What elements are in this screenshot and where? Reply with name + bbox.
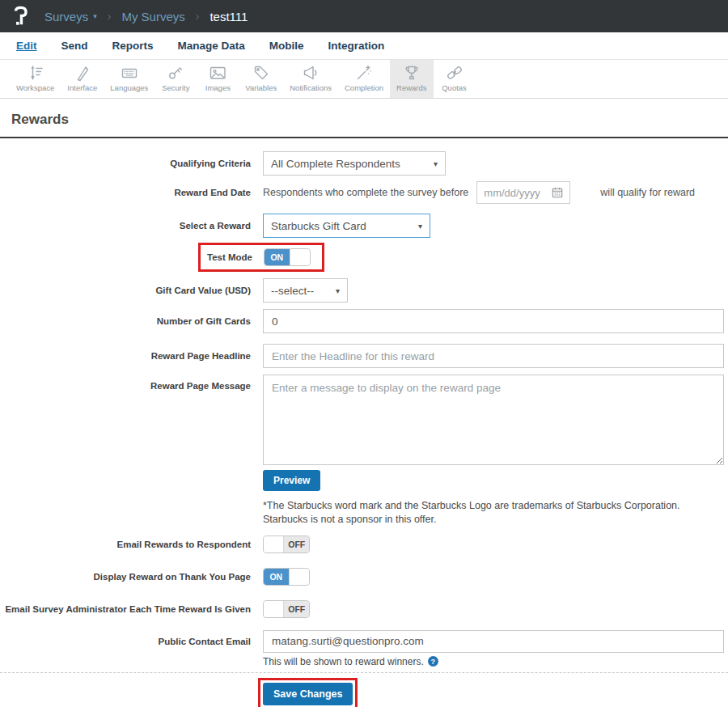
toggle-knob bbox=[289, 569, 309, 585]
tab-manage-data[interactable]: Manage Data bbox=[178, 40, 245, 52]
save-annotation-rect: Save Changes bbox=[258, 678, 358, 707]
key-icon bbox=[166, 63, 185, 83]
edit-toolbar: Workspace Interface Languages Security I… bbox=[0, 60, 728, 99]
toolbar-label: Languages bbox=[110, 83, 148, 92]
toolbar-item-languages[interactable]: Languages bbox=[104, 60, 154, 98]
help-icon[interactable]: ? bbox=[428, 656, 438, 667]
save-changes-button[interactable]: Save Changes bbox=[263, 683, 353, 705]
toolbar-item-images[interactable]: Images bbox=[197, 60, 239, 98]
helper-label: This will be shown to reward winners. bbox=[263, 656, 424, 667]
tag-icon bbox=[252, 63, 271, 83]
reward-page-message-row: Reward Page Message bbox=[0, 375, 728, 465]
reward-page-message-textarea[interactable] bbox=[263, 375, 724, 465]
gift-card-value-row: Gift Card Value (USD) --select-- bbox=[0, 278, 728, 303]
breadcrumb-my-surveys[interactable]: My Surveys bbox=[121, 10, 184, 23]
qualifying-criteria-row: Qualifying Criteria All Complete Respond… bbox=[0, 151, 728, 176]
questionpro-logo[interactable] bbox=[11, 5, 32, 28]
toolbar-label: Notifications bbox=[290, 83, 332, 92]
selected-value: Starbucks Gift Card bbox=[271, 220, 366, 232]
reward-page-headline-input[interactable] bbox=[263, 344, 724, 368]
select-reward-row: Select a Reward Starbucks Gift Card bbox=[0, 214, 728, 238]
wand-icon bbox=[354, 63, 374, 83]
qualifying-criteria-select[interactable]: All Complete Respondents bbox=[263, 151, 446, 176]
field-label: Reward Page Headline bbox=[0, 351, 251, 361]
dashed-divider bbox=[0, 672, 728, 673]
field-label: Qualifying Criteria bbox=[0, 159, 251, 168]
gift-card-value-select[interactable]: --select-- bbox=[263, 278, 348, 303]
email-rewards-row: Email Rewards to Respondent OFF bbox=[0, 536, 728, 553]
toolbar-label: Security bbox=[162, 83, 189, 92]
number-of-gift-cards-row: Number of Gift Cards bbox=[0, 309, 728, 333]
reward-end-date-input[interactable]: mm/dd/yyyy bbox=[476, 181, 570, 204]
toolbar-label: Variables bbox=[245, 83, 277, 92]
email-rewards-toggle[interactable]: OFF bbox=[263, 536, 310, 553]
field-label: Reward Page Message bbox=[0, 381, 251, 391]
toggle-state-label: ON bbox=[265, 249, 290, 265]
toolbar-item-quotas[interactable]: Quotas bbox=[434, 60, 476, 98]
tab-integration[interactable]: Integration bbox=[328, 40, 385, 52]
starbucks-disclaimer: *The Starbucks word mark and the Starbuc… bbox=[263, 499, 721, 527]
number-of-gift-cards-input[interactable] bbox=[263, 309, 724, 333]
email-admin-toggle[interactable]: OFF bbox=[263, 600, 310, 618]
top-bar: Surveys ▾ › My Surveys › test111 bbox=[0, 0, 728, 32]
megaphone-icon bbox=[301, 63, 320, 83]
toggle-state-label: ON bbox=[264, 569, 289, 585]
field-label: Email Survey Administrator Each Time Rew… bbox=[0, 604, 251, 614]
field-label: Gift Card Value (USD) bbox=[0, 286, 251, 295]
image-icon bbox=[208, 63, 227, 83]
breadcrumb-surveys[interactable]: Surveys bbox=[44, 10, 88, 23]
preview-row: Preview bbox=[0, 470, 728, 491]
rewards-form: Qualifying Criteria All Complete Respond… bbox=[0, 151, 728, 707]
trophy-icon bbox=[402, 63, 421, 83]
test-mode-row: Test Mode ON bbox=[0, 243, 728, 272]
field-label: Email Rewards to Respondent bbox=[0, 540, 251, 549]
toolbar-item-rewards[interactable]: Rewards bbox=[390, 60, 434, 98]
field-label: Public Contact Email bbox=[0, 637, 251, 646]
toolbar-label: Images bbox=[205, 83, 231, 92]
breadcrumb-survey-name: test111 bbox=[210, 10, 248, 23]
toolbar-item-notifications[interactable]: Notifications bbox=[283, 60, 338, 98]
toolbar-item-completion[interactable]: Completion bbox=[338, 60, 390, 98]
reward-page-headline-row: Reward Page Headline bbox=[0, 344, 728, 368]
select-reward-select[interactable]: Starbucks Gift Card bbox=[263, 214, 430, 238]
toolbar-item-security[interactable]: Security bbox=[154, 60, 197, 98]
toolbar-label: Workspace bbox=[16, 83, 54, 92]
toggle-knob bbox=[264, 536, 284, 552]
brush-icon bbox=[73, 63, 92, 83]
breadcrumb-separator: › bbox=[196, 10, 200, 23]
selected-value: --select-- bbox=[271, 285, 314, 297]
test-mode-annotation-rect: Test Mode ON bbox=[198, 243, 324, 272]
public-contact-email-input[interactable] bbox=[263, 630, 724, 653]
display-reward-toggle[interactable]: ON bbox=[263, 568, 310, 586]
field-label: Test Mode bbox=[205, 252, 252, 262]
save-row: Save Changes bbox=[0, 678, 728, 707]
toolbar-label: Interface bbox=[67, 83, 97, 92]
preview-button[interactable]: Preview bbox=[263, 470, 320, 491]
date-placeholder: mm/dd/yyyy bbox=[484, 187, 540, 199]
reward-end-date-row: Reward End Date Respondents who complete… bbox=[0, 181, 728, 204]
email-helper-text: This will be shown to reward winners. ? bbox=[263, 656, 728, 667]
field-label: Reward End Date bbox=[0, 188, 251, 197]
toggle-knob bbox=[264, 601, 284, 617]
tab-edit[interactable]: Edit bbox=[16, 40, 37, 52]
chain-icon bbox=[445, 63, 464, 83]
toggle-state-label: OFF bbox=[284, 601, 309, 617]
tab-reports[interactable]: Reports bbox=[112, 40, 154, 52]
calendar-icon[interactable] bbox=[552, 187, 563, 198]
test-mode-toggle[interactable]: ON bbox=[264, 248, 311, 266]
date-prefix-text: Respondents who complete the survey befo… bbox=[263, 187, 468, 198]
pen-list-icon bbox=[26, 63, 45, 83]
public-contact-email-row: Public Contact Email bbox=[0, 630, 728, 653]
toolbar-item-variables[interactable]: Variables bbox=[239, 60, 283, 98]
toolbar-item-interface[interactable]: Interface bbox=[61, 60, 104, 98]
toolbar-label: Completion bbox=[345, 83, 383, 92]
tab-mobile[interactable]: Mobile bbox=[269, 40, 304, 52]
title-divider bbox=[0, 137, 728, 138]
field-label: Number of Gift Cards bbox=[0, 316, 251, 326]
toolbar-item-workspace[interactable]: Workspace bbox=[10, 60, 61, 98]
toolbar-label: Quotas bbox=[442, 83, 467, 92]
page-title: Rewards bbox=[11, 112, 728, 128]
chevron-down-icon[interactable]: ▾ bbox=[93, 12, 97, 20]
toolbar-label: Rewards bbox=[396, 83, 427, 92]
tab-send[interactable]: Send bbox=[61, 40, 88, 52]
